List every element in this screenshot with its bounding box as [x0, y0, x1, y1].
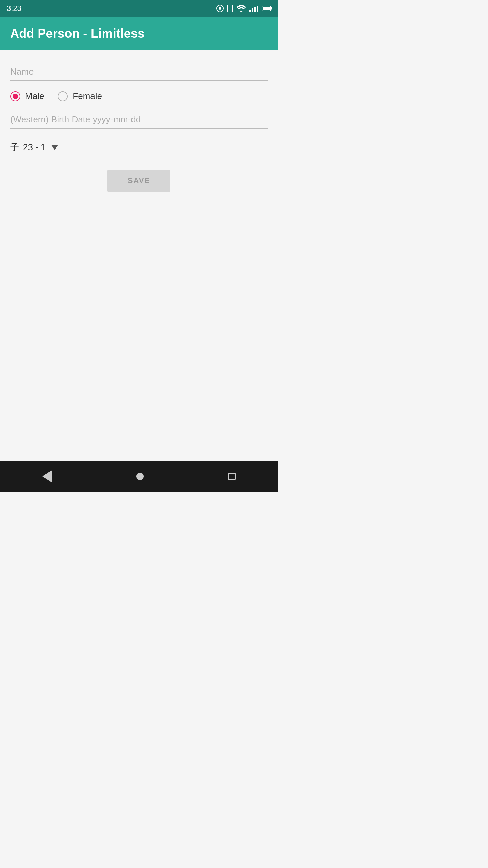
female-radio-button[interactable]	[58, 91, 68, 101]
status-bar: 3:23	[0, 0, 278, 17]
status-icons	[216, 5, 271, 12]
cycle-value: 23 - 1	[23, 142, 46, 153]
home-nav-button[interactable]	[126, 469, 154, 484]
birth-date-input[interactable]	[10, 112, 268, 129]
signal-icon	[249, 5, 258, 12]
gender-radio-group: Male Female	[10, 91, 268, 101]
name-input[interactable]	[10, 64, 268, 81]
chevron-down-icon	[51, 145, 58, 150]
back-nav-button[interactable]	[32, 467, 62, 486]
status-time: 3:23	[7, 4, 21, 13]
form-content: Male Female 子 23 - 1 SAVE	[0, 50, 278, 461]
save-button-container: SAVE	[10, 170, 268, 192]
recent-nav-button[interactable]	[218, 469, 246, 484]
female-option[interactable]: Female	[58, 91, 102, 101]
navigation-bar	[0, 461, 278, 492]
birth-date-field-container	[10, 112, 268, 129]
cycle-kanji: 子	[10, 141, 19, 153]
back-icon	[42, 470, 52, 482]
battery-icon	[262, 6, 271, 11]
cycle-dropdown[interactable]: 子 23 - 1	[10, 139, 268, 156]
app-header: Add Person - Limitless	[0, 17, 278, 50]
female-label: Female	[73, 91, 102, 101]
page-title: Add Person - Limitless	[10, 26, 268, 41]
recent-icon	[228, 473, 236, 480]
wifi-icon	[237, 5, 246, 12]
clipboard-icon	[227, 5, 233, 12]
home-icon	[136, 473, 144, 480]
name-field-container	[10, 64, 268, 81]
cycle-dropdown-container: 子 23 - 1	[10, 139, 268, 156]
notification-icon	[216, 5, 224, 12]
male-option[interactable]: Male	[10, 91, 44, 101]
male-label: Male	[25, 91, 44, 101]
save-button[interactable]: SAVE	[107, 170, 170, 192]
male-radio-button[interactable]	[10, 91, 20, 101]
